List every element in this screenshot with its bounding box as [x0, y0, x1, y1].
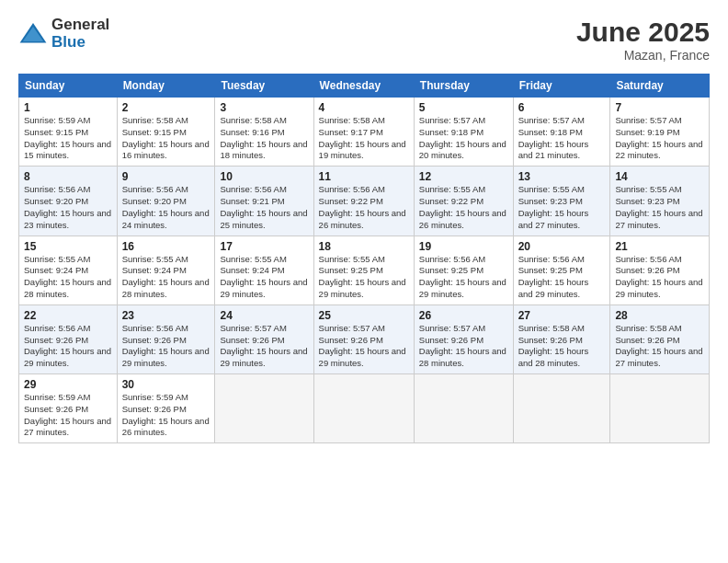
day-info: Sunrise: 5:57 AMSunset: 9:26 PMDaylight:…: [419, 323, 508, 370]
day-number: 17: [220, 240, 308, 253]
table-row: 15 Sunrise: 5:55 AMSunset: 9:24 PMDaylig…: [19, 236, 118, 304]
day-info: Sunrise: 5:59 AMSunset: 9:26 PMDaylight:…: [24, 392, 112, 439]
table-row: 16 Sunrise: 5:55 AMSunset: 9:24 PMDaylig…: [117, 236, 215, 304]
day-number: 12: [419, 170, 508, 183]
table-row: 21 Sunrise: 5:56 AMSunset: 9:26 PMDaylig…: [610, 236, 710, 304]
table-row: 6 Sunrise: 5:57 AMSunset: 9:18 PMDayligh…: [513, 98, 610, 167]
day-info: Sunrise: 5:57 AMSunset: 9:18 PMDaylight:…: [419, 115, 508, 162]
empty-cell: [313, 374, 414, 443]
col-monday: Monday: [117, 75, 215, 98]
logo: General Blue: [18, 17, 109, 51]
day-info: Sunrise: 5:55 AMSunset: 9:22 PMDaylight:…: [419, 184, 508, 231]
week-row: 1 Sunrise: 5:59 AMSunset: 9:15 PMDayligh…: [19, 98, 710, 167]
day-number: 7: [615, 101, 704, 114]
day-info: Sunrise: 5:55 AMSunset: 9:24 PMDaylight:…: [24, 254, 112, 301]
day-info: Sunrise: 5:58 AMSunset: 9:26 PMDaylight:…: [518, 323, 606, 370]
day-info: Sunrise: 5:57 AMSunset: 9:18 PMDaylight:…: [518, 115, 606, 162]
logo-text: General Blue: [51, 17, 109, 51]
day-number: 21: [615, 240, 704, 253]
col-tuesday: Tuesday: [215, 75, 313, 98]
day-number: 13: [518, 170, 606, 183]
day-info: Sunrise: 5:56 AMSunset: 9:20 PMDaylight:…: [24, 184, 112, 231]
day-number: 30: [122, 378, 210, 391]
logo-general: General: [51, 17, 109, 34]
day-number: 9: [122, 170, 210, 183]
week-row: 22 Sunrise: 5:56 AMSunset: 9:26 PMDaylig…: [19, 304, 710, 373]
day-number: 20: [518, 240, 606, 253]
day-number: 2: [122, 101, 210, 114]
table-row: 29 Sunrise: 5:59 AMSunset: 9:26 PMDaylig…: [19, 374, 118, 443]
table-row: 2 Sunrise: 5:58 AMSunset: 9:15 PMDayligh…: [117, 98, 215, 167]
table-row: 14 Sunrise: 5:55 AMSunset: 9:23 PMDaylig…: [610, 167, 710, 236]
table-row: 4 Sunrise: 5:58 AMSunset: 9:17 PMDayligh…: [313, 98, 414, 167]
day-number: 27: [518, 309, 606, 322]
day-info: Sunrise: 5:55 AMSunset: 9:24 PMDaylight:…: [122, 254, 210, 301]
day-info: Sunrise: 5:56 AMSunset: 9:21 PMDaylight:…: [220, 184, 308, 231]
table-row: 1 Sunrise: 5:59 AMSunset: 9:15 PMDayligh…: [19, 98, 118, 167]
day-info: Sunrise: 5:56 AMSunset: 9:20 PMDaylight:…: [122, 184, 210, 231]
table-row: 17 Sunrise: 5:55 AMSunset: 9:24 PMDaylig…: [215, 236, 313, 304]
week-row: 15 Sunrise: 5:55 AMSunset: 9:24 PMDaylig…: [19, 236, 710, 304]
day-number: 10: [220, 170, 308, 183]
table-row: 22 Sunrise: 5:56 AMSunset: 9:26 PMDaylig…: [19, 304, 118, 373]
day-number: 18: [319, 240, 409, 253]
day-number: 26: [419, 309, 508, 322]
table-row: 7 Sunrise: 5:57 AMSunset: 9:19 PMDayligh…: [610, 98, 710, 167]
col-wednesday: Wednesday: [313, 75, 414, 98]
table-row: 27 Sunrise: 5:58 AMSunset: 9:26 PMDaylig…: [513, 304, 610, 373]
table-row: 24 Sunrise: 5:57 AMSunset: 9:26 PMDaylig…: [215, 304, 313, 373]
empty-cell: [513, 374, 610, 443]
table-row: 8 Sunrise: 5:56 AMSunset: 9:20 PMDayligh…: [19, 167, 118, 236]
day-number: 22: [24, 309, 112, 322]
day-number: 4: [319, 101, 409, 114]
table-row: 26 Sunrise: 5:57 AMSunset: 9:26 PMDaylig…: [414, 304, 513, 373]
header-row: Sunday Monday Tuesday Wednesday Thursday…: [19, 75, 710, 98]
day-info: Sunrise: 5:56 AMSunset: 9:25 PMDaylight:…: [419, 254, 508, 301]
day-number: 15: [24, 240, 112, 253]
day-info: Sunrise: 5:57 AMSunset: 9:26 PMDaylight:…: [319, 323, 409, 370]
day-info: Sunrise: 5:57 AMSunset: 9:26 PMDaylight:…: [220, 323, 308, 370]
empty-cell: [610, 374, 710, 443]
day-number: 25: [319, 309, 409, 322]
table-row: 9 Sunrise: 5:56 AMSunset: 9:20 PMDayligh…: [117, 167, 215, 236]
table-row: 11 Sunrise: 5:56 AMSunset: 9:22 PMDaylig…: [313, 167, 414, 236]
day-info: Sunrise: 5:55 AMSunset: 9:24 PMDaylight:…: [220, 254, 308, 301]
logo-icon: [18, 19, 48, 49]
table-row: 23 Sunrise: 5:56 AMSunset: 9:26 PMDaylig…: [117, 304, 215, 373]
table-row: 3 Sunrise: 5:58 AMSunset: 9:16 PMDayligh…: [215, 98, 313, 167]
week-row: 29 Sunrise: 5:59 AMSunset: 9:26 PMDaylig…: [19, 374, 710, 443]
col-sunday: Sunday: [19, 75, 118, 98]
location: Mazan, France: [576, 48, 710, 63]
table-row: 25 Sunrise: 5:57 AMSunset: 9:26 PMDaylig…: [313, 304, 414, 373]
header: General Blue June 2025 Mazan, France: [18, 17, 710, 63]
day-number: 24: [220, 309, 308, 322]
day-info: Sunrise: 5:56 AMSunset: 9:26 PMDaylight:…: [122, 323, 210, 370]
empty-cell: [414, 374, 513, 443]
day-info: Sunrise: 5:56 AMSunset: 9:22 PMDaylight:…: [319, 184, 409, 231]
col-friday: Friday: [513, 75, 610, 98]
day-info: Sunrise: 5:55 AMSunset: 9:25 PMDaylight:…: [319, 254, 409, 301]
table-row: 5 Sunrise: 5:57 AMSunset: 9:18 PMDayligh…: [414, 98, 513, 167]
day-info: Sunrise: 5:59 AMSunset: 9:15 PMDaylight:…: [24, 115, 112, 162]
day-number: 8: [24, 170, 112, 183]
week-row: 8 Sunrise: 5:56 AMSunset: 9:20 PMDayligh…: [19, 167, 710, 236]
table-row: 19 Sunrise: 5:56 AMSunset: 9:25 PMDaylig…: [414, 236, 513, 304]
day-info: Sunrise: 5:55 AMSunset: 9:23 PMDaylight:…: [615, 184, 704, 231]
day-number: 5: [419, 101, 508, 114]
day-number: 16: [122, 240, 210, 253]
day-number: 11: [319, 170, 409, 183]
table-row: 12 Sunrise: 5:55 AMSunset: 9:22 PMDaylig…: [414, 167, 513, 236]
day-number: 6: [518, 101, 606, 114]
day-info: Sunrise: 5:56 AMSunset: 9:26 PMDaylight:…: [615, 254, 704, 301]
day-number: 23: [122, 309, 210, 322]
table-row: 30 Sunrise: 5:59 AMSunset: 9:26 PMDaylig…: [117, 374, 215, 443]
title-block: June 2025 Mazan, France: [576, 17, 710, 63]
day-info: Sunrise: 5:58 AMSunset: 9:17 PMDaylight:…: [319, 115, 409, 162]
day-info: Sunrise: 5:59 AMSunset: 9:26 PMDaylight:…: [122, 392, 210, 439]
day-number: 14: [615, 170, 704, 183]
calendar-table: Sunday Monday Tuesday Wednesday Thursday…: [18, 74, 710, 443]
empty-cell: [215, 374, 313, 443]
day-number: 3: [220, 101, 308, 114]
table-row: 20 Sunrise: 5:56 AMSunset: 9:25 PMDaylig…: [513, 236, 610, 304]
logo-blue: Blue: [51, 34, 109, 52]
